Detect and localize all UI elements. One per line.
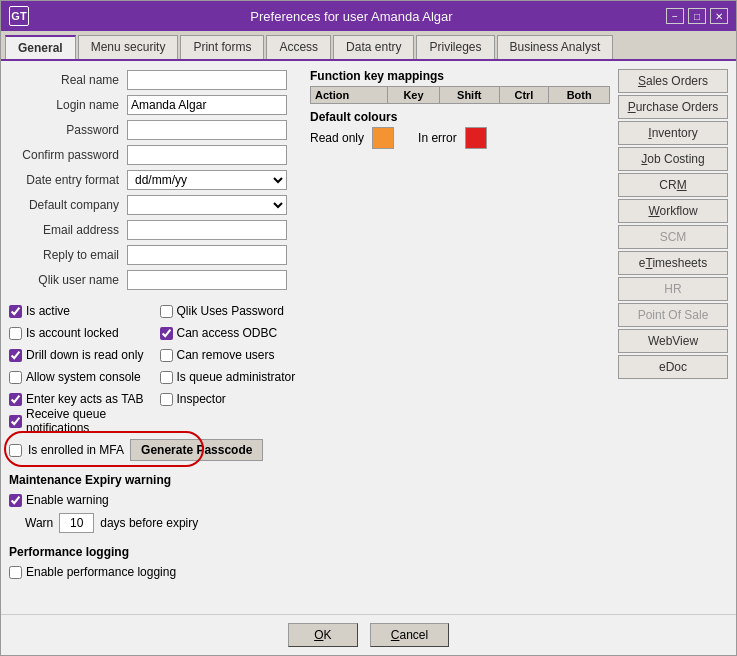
- enable-warning-row: Enable warning: [9, 490, 302, 510]
- checkbox-queue-admin: Is queue administrator: [160, 367, 303, 387]
- minimize-button[interactable]: −: [666, 8, 684, 24]
- sidebar-btn-etimesheets[interactable]: eTimesheets: [618, 251, 728, 275]
- queue-admin-label: Is queue administrator: [177, 370, 296, 384]
- enable-warning-label: Enable warning: [26, 493, 109, 507]
- read-only-colour-box[interactable]: [372, 127, 394, 149]
- qlik-row: Qlik user name: [9, 269, 302, 291]
- sidebar-btn-job-costing[interactable]: Job Costing: [618, 147, 728, 171]
- sidebar-btn-workflow[interactable]: Workflow: [618, 199, 728, 223]
- perf-logging-label: Enable performance logging: [26, 565, 176, 579]
- tab-general[interactable]: General: [5, 35, 76, 59]
- window-controls: − □ ✕: [666, 8, 728, 24]
- date-format-row: Date entry format dd/mm/yy mm/dd/yy yy/m…: [9, 169, 302, 191]
- bottom-bar: OK Cancel: [1, 614, 736, 655]
- can-remove-users-label: Can remove users: [177, 348, 275, 362]
- sidebar-btn-edoc[interactable]: eDoc: [618, 355, 728, 379]
- mfa-row: Is enrolled in MFA Generate Passcode: [9, 439, 302, 461]
- qlik-password-checkbox[interactable]: [160, 305, 173, 318]
- cancel-button[interactable]: Cancel: [370, 623, 449, 647]
- confirm-password-row: Confirm password: [9, 144, 302, 166]
- title-bar: GT Preferences for user Amanda Algar − □…: [1, 1, 736, 31]
- perf-logging-row: Enable performance logging: [9, 562, 302, 582]
- login-name-input[interactable]: [127, 95, 287, 115]
- fk-table: Action Key Shift Ctrl Both: [310, 86, 610, 104]
- account-locked-label: Is account locked: [26, 326, 119, 340]
- mfa-checkbox[interactable]: [9, 444, 22, 457]
- enter-key-tab-checkbox[interactable]: [9, 393, 22, 406]
- perf-logging-checkbox[interactable]: [9, 566, 22, 579]
- password-row: Password: [9, 119, 302, 141]
- function-keys-section: Function key mappings Action Key Shift C…: [310, 69, 610, 606]
- in-error-colour-label: In error: [418, 131, 457, 145]
- can-access-odbc-checkbox[interactable]: [160, 327, 173, 340]
- tab-data-entry[interactable]: Data entry: [333, 35, 414, 59]
- close-button[interactable]: ✕: [710, 8, 728, 24]
- performance-section: Performance logging Enable performance l…: [9, 545, 302, 582]
- sidebar-btn-crm[interactable]: CRM: [618, 173, 728, 197]
- checkbox-can-remove-users: Can remove users: [160, 345, 303, 365]
- is-active-label: Is active: [26, 304, 70, 318]
- email-row: Email address: [9, 219, 302, 241]
- checkbox-drill-down: Drill down is read only: [9, 345, 152, 365]
- tab-menu-security[interactable]: Menu security: [78, 35, 179, 59]
- can-access-odbc-label: Can access ODBC: [177, 326, 278, 340]
- email-input[interactable]: [127, 220, 287, 240]
- colours-title: Default colours: [310, 110, 610, 124]
- can-remove-users-checkbox[interactable]: [160, 349, 173, 362]
- reply-to-input[interactable]: [127, 245, 287, 265]
- read-only-colour-label: Read only: [310, 131, 364, 145]
- date-format-select[interactable]: dd/mm/yy mm/dd/yy yy/mm/dd: [127, 170, 287, 190]
- sidebar-btn-inventory[interactable]: Inventory: [618, 121, 728, 145]
- warn-label: Warn: [25, 516, 53, 530]
- sidebar-btn-purchase-orders[interactable]: Purchase Orders: [618, 95, 728, 119]
- generate-passcode-button[interactable]: Generate Passcode: [130, 439, 263, 461]
- real-name-input[interactable]: [127, 70, 287, 90]
- col-ctrl: Ctrl: [499, 87, 549, 104]
- col-key: Key: [388, 87, 440, 104]
- sidebar-btn-sales-orders[interactable]: Sales Orders: [618, 69, 728, 93]
- receive-queue-checkbox[interactable]: [9, 415, 22, 428]
- queue-admin-checkbox[interactable]: [160, 371, 173, 384]
- enter-key-tab-label: Enter key acts as TAB: [26, 392, 144, 406]
- right-sidebar: Sales Orders Purchase Orders Inventory J…: [618, 69, 728, 606]
- inspector-label: Inspector: [177, 392, 226, 406]
- default-company-select[interactable]: [127, 195, 287, 215]
- confirm-password-input[interactable]: [127, 145, 287, 165]
- in-error-colour-box[interactable]: [465, 127, 487, 149]
- confirm-password-label: Confirm password: [9, 148, 119, 162]
- login-name-label: Login name: [9, 98, 119, 112]
- tab-business-analyst[interactable]: Business Analyst: [497, 35, 614, 59]
- reply-to-label: Reply to email: [9, 248, 119, 262]
- login-name-row: Login name: [9, 94, 302, 116]
- allow-system-console-checkbox[interactable]: [9, 371, 22, 384]
- inspector-checkbox[interactable]: [160, 393, 173, 406]
- ok-button[interactable]: OK: [288, 623, 358, 647]
- content-area: Real name Login name Password Confirm pa…: [1, 61, 736, 614]
- colour-row: Read only In error: [310, 127, 610, 149]
- tab-print-forms[interactable]: Print forms: [180, 35, 264, 59]
- sidebar-btn-webview[interactable]: WebView: [618, 329, 728, 353]
- tab-access[interactable]: Access: [266, 35, 331, 59]
- real-name-row: Real name: [9, 69, 302, 91]
- checkbox-can-access-odbc: Can access ODBC: [160, 323, 303, 343]
- colours-section: Default colours Read only In error: [310, 110, 610, 149]
- enable-warning-checkbox[interactable]: [9, 494, 22, 507]
- col-shift: Shift: [439, 87, 499, 104]
- warn-days-label: days before expiry: [100, 516, 198, 530]
- maintenance-section: Maintenance Expiry warning Enable warnin…: [9, 473, 302, 533]
- maximize-button[interactable]: □: [688, 8, 706, 24]
- is-active-checkbox[interactable]: [9, 305, 22, 318]
- checkbox-enter-key-tab: Enter key acts as TAB: [9, 389, 152, 409]
- app-icon: GT: [9, 6, 29, 26]
- drill-down-checkbox[interactable]: [9, 349, 22, 362]
- checkbox-inspector: Inspector: [160, 389, 303, 409]
- qlik-input[interactable]: [127, 270, 287, 290]
- form-fields: Real name Login name Password Confirm pa…: [9, 69, 302, 291]
- account-locked-checkbox[interactable]: [9, 327, 22, 340]
- password-input[interactable]: [127, 120, 287, 140]
- real-name-label: Real name: [9, 73, 119, 87]
- warn-days-input[interactable]: [59, 513, 94, 533]
- allow-system-console-label: Allow system console: [26, 370, 141, 384]
- tab-privileges[interactable]: Privileges: [416, 35, 494, 59]
- sidebar-btn-scm: SCM: [618, 225, 728, 249]
